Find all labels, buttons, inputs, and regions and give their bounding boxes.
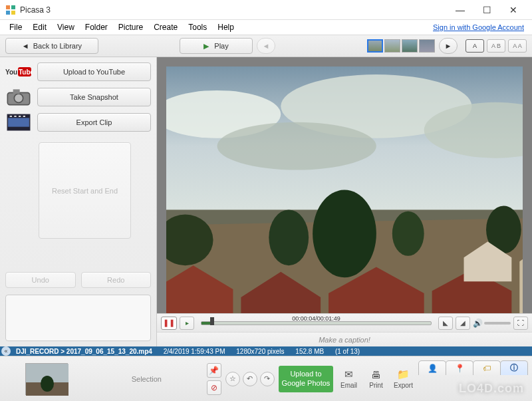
email-label: Email — [340, 382, 357, 389]
right-tabs: 👤 📍 🏷 ⓘ — [419, 360, 528, 375]
pause-icon: ❚❚ — [163, 319, 175, 327]
places-tab[interactable]: 📍 — [446, 360, 473, 375]
clear-button[interactable]: ⊘ — [207, 380, 221, 395]
app-icon — [5, 5, 16, 15]
snapshot-row: Take Snapshot — [5, 88, 151, 106]
rotate-right-icon: ↷ — [264, 374, 270, 383]
size-medium-button[interactable]: A B — [487, 39, 505, 53]
hold-button[interactable]: 📌 — [207, 363, 221, 378]
info-dims: 1280x720 pixels — [236, 348, 284, 355]
menu-file[interactable]: File — [4, 21, 27, 33]
rotate-left-icon: ↶ — [247, 374, 253, 383]
thumbnail-strip — [367, 39, 435, 53]
thumb-1[interactable] — [367, 39, 383, 53]
upload-youtube-button[interactable]: Upload to YouTube — [37, 63, 151, 81]
upload-google-photos-button[interactable]: Upload to Google Photos — [279, 366, 333, 392]
menu-help[interactable]: Help — [212, 21, 239, 33]
thumb-4[interactable] — [419, 39, 435, 53]
take-snapshot-button[interactable]: Take Snapshot — [37, 88, 151, 106]
info-count: (1 of 13) — [335, 348, 360, 355]
export-button[interactable]: 📁 Export — [392, 368, 415, 389]
caption-input[interactable]: Make a caption! — [157, 332, 532, 346]
progress-bar[interactable]: 00:00:04/00:01:49 — [201, 319, 432, 327]
people-tab[interactable]: 👤 — [418, 360, 446, 375]
trim-start-marker[interactable]: ▸ — [180, 317, 194, 330]
pause-button[interactable]: ❚❚ — [161, 317, 177, 330]
menu-view[interactable]: View — [52, 21, 80, 33]
sidebar: YouTube Upload to YouTube Take Snapshot … — [0, 57, 157, 346]
speaker-icon: 🔊 — [473, 319, 483, 328]
svg-rect-12 — [7, 127, 29, 130]
back-to-library-button[interactable]: ◄ Back to Library — [5, 38, 98, 54]
clear-icon: ⊘ — [211, 383, 217, 392]
main-area: YouTube Upload to YouTube Take Snapshot … — [0, 57, 532, 346]
email-button[interactable]: ✉ Email — [337, 368, 360, 389]
menu-folder[interactable]: Folder — [80, 21, 113, 33]
export-clip-button[interactable]: Export Clip — [37, 113, 151, 132]
rotate-right-button[interactable]: ↷ — [260, 372, 275, 386]
export-row: Export Clip — [5, 113, 151, 132]
tags-tab[interactable]: 🏷 — [473, 360, 501, 375]
back-arrow-icon: ◄ — [22, 42, 29, 50]
size-large-button[interactable]: A A — [508, 39, 527, 53]
selection-label: Selection — [132, 375, 162, 383]
info-tab[interactable]: ⓘ — [500, 360, 528, 375]
next-button[interactable]: ► — [439, 38, 458, 54]
star-icon: ☆ — [229, 374, 236, 383]
film-icon — [5, 114, 32, 131]
size-small-button[interactable]: A — [466, 39, 484, 53]
reset-start-end-button[interactable]: Reset Start and End — [39, 142, 131, 239]
histogram-panel — [5, 295, 151, 341]
size-buttons: A A B A A — [466, 39, 527, 53]
fullscreen-button[interactable]: ⛶ — [513, 317, 528, 330]
star-button[interactable]: ☆ — [225, 372, 240, 386]
trim-in-button[interactable]: ◣ — [438, 317, 453, 330]
print-button[interactable]: 🖶 Print — [364, 369, 388, 389]
watermark: LO4D.com — [459, 382, 524, 396]
trim-out-button[interactable]: ◢ — [456, 317, 470, 330]
svg-point-25 — [269, 209, 309, 265]
prev-button[interactable]: ◄ — [257, 38, 275, 54]
signin-link[interactable]: Sign in with Google Account — [433, 23, 524, 31]
collapse-tray-button[interactable]: « — [1, 346, 11, 356]
arrow-left-icon: ◄ — [263, 42, 270, 50]
caption-placeholder: Make a caption! — [319, 336, 370, 344]
player-bar: ❚❚ ▸ 00:00:04/00:01:49 ◣ ◢ 🔊 ⛶ — [157, 313, 532, 332]
svg-rect-15 — [19, 116, 21, 117]
redo-button[interactable]: Redo — [81, 272, 152, 288]
undo-button[interactable]: Undo — [5, 272, 76, 288]
close-button[interactable]: ✕ — [500, 1, 527, 19]
play-icon: ▶ — [203, 42, 209, 51]
menu-tools[interactable]: Tools — [183, 21, 212, 33]
export-label: Export — [394, 382, 413, 389]
menu-edit[interactable]: Edit — [27, 21, 52, 33]
svg-point-26 — [392, 211, 424, 256]
svg-text:Tube: Tube — [19, 68, 32, 76]
svg-text:You: You — [5, 68, 17, 76]
menu-create[interactable]: Create — [148, 21, 183, 33]
svg-rect-3 — [11, 11, 15, 15]
undo-redo-group: Undo Redo — [5, 272, 151, 288]
svg-rect-16 — [23, 116, 25, 117]
video-frame[interactable] — [166, 67, 523, 313]
svg-rect-14 — [14, 116, 16, 117]
menu-picture[interactable]: Picture — [113, 21, 148, 33]
minimize-button[interactable]: — — [447, 1, 473, 19]
svg-rect-9 — [13, 89, 20, 94]
thumb-2[interactable] — [384, 39, 400, 53]
titlebar: Picasa 3 — ☐ ✕ — [0, 0, 532, 20]
play-button[interactable]: ▶ Play — [180, 38, 253, 54]
selection-thumbnail[interactable] — [25, 363, 68, 395]
marker-icon: 📍 — [455, 364, 465, 373]
svg-rect-13 — [10, 116, 12, 117]
maximize-button[interactable]: ☐ — [473, 1, 500, 19]
print-icon: 🖶 — [371, 369, 381, 380]
window-title: Picasa 3 — [20, 5, 51, 15]
volume-control[interactable]: 🔊 — [473, 319, 511, 328]
thumb-3[interactable] — [402, 39, 418, 53]
rotate-left-button[interactable]: ↶ — [243, 372, 257, 386]
time-label: 00:00:04/00:01:49 — [292, 315, 340, 322]
camera-icon — [5, 88, 32, 106]
toolbar: ◄ Back to Library ▶ Play ◄ ► A A B A A — [0, 35, 532, 57]
svg-rect-2 — [6, 11, 10, 15]
